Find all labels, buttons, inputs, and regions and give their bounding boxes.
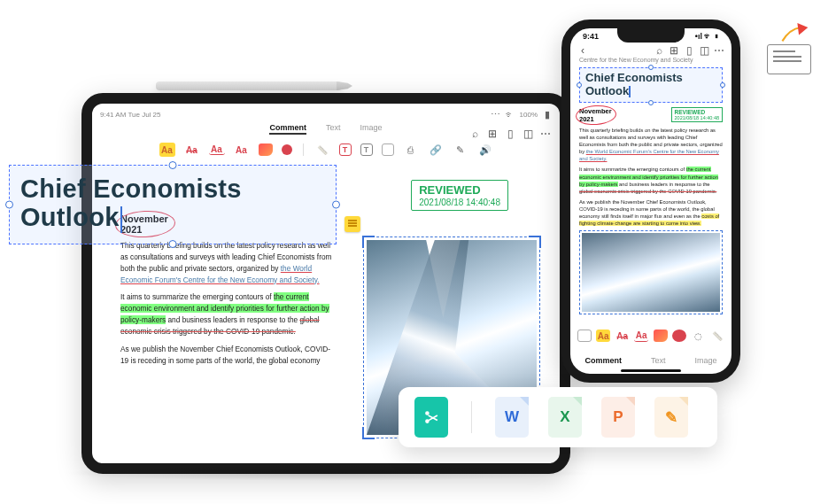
battery-label: 100% [520, 111, 538, 119]
apple-pencil [156, 81, 342, 90]
search-icon[interactable]: ⌕ [654, 46, 663, 55]
ipad-view-tools: ⌕ ⊞ ▯ ◫ ⋯ [469, 128, 551, 139]
crop-handle-tl[interactable] [579, 230, 586, 237]
color-dot[interactable] [282, 144, 292, 155]
review-stamp[interactable]: REVIEWED 2021/08/18 14:40:48 [411, 180, 508, 211]
export-tray: W X P ✎ [399, 387, 717, 447]
share-doc-icon [767, 44, 811, 74]
phone-para-3: As we publish the November Chief Economi… [579, 198, 723, 227]
resize-handle-r[interactable] [332, 200, 340, 208]
phone-toolbar: ‹ ⌕ ⊞ ▯ ◫ ⋯ [570, 43, 732, 57]
shadow [62, 465, 593, 481]
paragraph-3: As we publish the November Chief Economi… [120, 344, 332, 367]
sticky-note[interactable] [344, 216, 360, 232]
more-icon[interactable]: ⋯ [715, 46, 724, 55]
ipad-status-bar: 9:41 AM Tue Jul 25 ⋯ᯤ100%▮ [92, 104, 560, 119]
resize-handle-l[interactable] [5, 200, 13, 208]
bookmark-icon[interactable]: ▯ [685, 46, 693, 55]
resize-handle-b[interactable] [169, 240, 177, 248]
strikethrough-tool[interactable]: Aa [184, 143, 200, 157]
stamp-label: REVIEWED [419, 183, 500, 197]
pen-tool[interactable] [259, 143, 273, 156]
ruler-tool[interactable]: 📏 [314, 143, 330, 157]
phone-tabs: Comment Text Image [570, 356, 732, 365]
eraser-tool[interactable]: ◌ [692, 330, 706, 342]
search-icon[interactable]: ⌕ [469, 128, 480, 139]
share-arrow-icon [779, 19, 809, 46]
strikethrough-tool[interactable]: Aa [615, 330, 630, 342]
wifi-icon: ⋯ [492, 110, 500, 119]
powerpoint-file-icon[interactable]: P [601, 397, 635, 438]
wifi-icon: ᯤ [506, 110, 515, 119]
bookmark-icon[interactable]: ▯ [505, 128, 515, 139]
tab-image[interactable]: Image [694, 356, 716, 365]
split-icon[interactable]: ◫ [700, 46, 708, 55]
grid-icon[interactable]: ⊞ [487, 128, 498, 139]
resize-handle-t[interactable] [648, 65, 654, 70]
title-edit-overlay[interactable]: Chief EconomistsOutlook [9, 165, 337, 244]
phone-anno-toolbar: Aa Aa Aa ◌ 📏 [575, 330, 727, 342]
sound-tool[interactable]: 🔊 [477, 143, 493, 157]
resize-handle-r[interactable] [720, 82, 725, 88]
more-icon[interactable]: ⋯ [540, 128, 551, 139]
stamp-tool[interactable]: ⎙ [403, 143, 419, 157]
battery-icon: ▮ [543, 110, 552, 119]
share-decoration [767, 44, 811, 74]
resize-handle-b[interactable] [648, 100, 654, 105]
ruler-tool[interactable]: 📏 [710, 330, 724, 342]
note-tool[interactable] [577, 330, 592, 342]
phone-crop[interactable] [579, 230, 723, 314]
phone-indicators: •ıl ᯤ ▮ [695, 32, 719, 41]
text-caret [629, 86, 631, 97]
phone-document: Chief EconomistsOutlook November2021 REV… [570, 66, 732, 314]
crop-handle-tr[interactable] [716, 230, 723, 237]
pen-tool[interactable] [654, 330, 668, 342]
tab-text[interactable]: Text [651, 356, 666, 365]
phone-para-2: It aims to summarize the emerging contou… [579, 166, 723, 194]
highlight-tool[interactable]: Aa [596, 330, 610, 342]
textbox-red-tool[interactable]: T [339, 143, 352, 156]
separator [471, 401, 472, 433]
phone-date: November2021 [579, 107, 612, 123]
underline-tool[interactable]: Aa [634, 330, 648, 342]
tab-comment[interactable]: Comment [584, 356, 622, 365]
highlight-tool[interactable]: Aa [159, 143, 175, 157]
tab-text[interactable]: Text [326, 123, 341, 135]
signature-tool[interactable]: ✎ [453, 143, 468, 157]
grid-icon[interactable]: ⊞ [670, 46, 678, 55]
split-icon[interactable]: ◫ [522, 128, 533, 139]
crop-handle-tr[interactable] [529, 236, 541, 248]
underline-tool[interactable]: Aa [209, 144, 225, 155]
phone-image [582, 233, 720, 312]
link-tool[interactable]: 🔗 [428, 143, 444, 157]
word-file-icon[interactable]: W [495, 397, 529, 438]
tab-image[interactable]: Image [360, 123, 383, 135]
phone-para-1: This quarterly briefing builds on the la… [579, 127, 723, 163]
paragraph-2: It aims to summarize the emerging contou… [120, 291, 332, 337]
iphone-device: 9:41 •ıl ᯤ ▮ ‹ ⌕ ⊞ ▯ ◫ ⋯ Centre for the … [561, 19, 740, 383]
note-tool[interactable] [382, 143, 394, 156]
tab-comment[interactable]: Comment [269, 123, 306, 135]
notch [617, 28, 685, 43]
separator [303, 143, 304, 156]
crop-handle-tl[interactable] [362, 236, 375, 248]
ipad-time: 9:41 AM Tue Jul 25 [100, 111, 161, 119]
excel-file-icon[interactable]: X [548, 397, 582, 438]
paragraph-1: This quarterly briefing builds on the la… [120, 240, 332, 285]
stamp-timestamp: 2021/08/18 14:40:48 [419, 198, 500, 207]
crop-handle-bl[interactable] [362, 427, 375, 439]
home-indicator[interactable] [621, 369, 681, 372]
textbox-gray-tool[interactable]: T [360, 143, 373, 156]
phone-stamp[interactable]: REVIEWED2021/08/18 14:40:48 [671, 107, 723, 122]
resize-handle-t[interactable] [169, 161, 177, 169]
phone-time: 9:41 [583, 32, 599, 41]
title-text[interactable]: Chief EconomistsOutlook [20, 174, 325, 233]
pages-file-icon[interactable]: ✎ [654, 397, 688, 438]
squiggle-tool[interactable]: Aa [234, 143, 250, 157]
text-caret [120, 206, 122, 233]
resize-handle-l[interactable] [577, 82, 582, 88]
color-dot[interactable] [672, 330, 686, 342]
back-icon[interactable]: ‹ [578, 46, 587, 55]
scissors-icon[interactable] [414, 397, 448, 438]
phone-title-edit[interactable]: Chief EconomistsOutlook [579, 67, 723, 103]
